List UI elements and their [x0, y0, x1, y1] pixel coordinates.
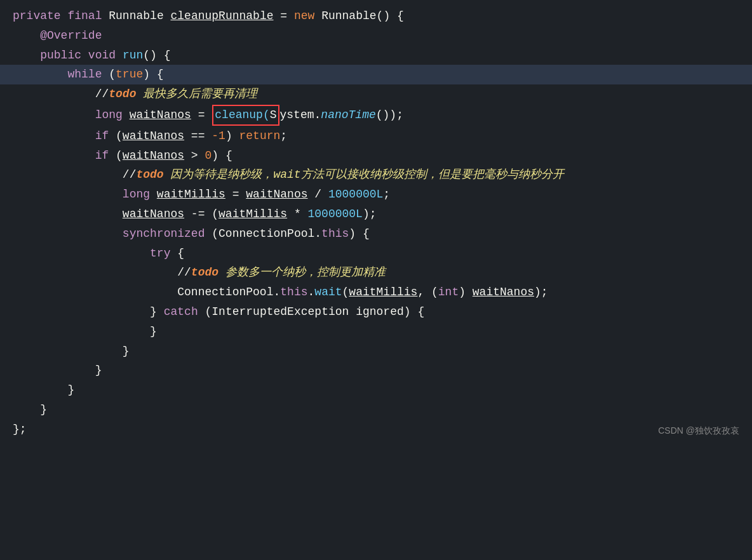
code-line-8: if (waitNanos > 0) {	[0, 146, 752, 166]
code-line-5: //todo 最快多久后需要再清理	[0, 84, 752, 104]
comment-todo-3: todo	[191, 263, 218, 282]
keyword-synchronized: synchronized	[123, 225, 205, 243]
var-ignored: ignored	[356, 303, 404, 321]
comment-todo-2: todo	[136, 166, 163, 184]
keyword-void: void	[88, 46, 116, 65]
keyword-if-1: if	[95, 127, 109, 145]
annotation-override: @Override	[40, 27, 102, 45]
keyword-final: final	[67, 7, 102, 25]
code-line-6: long waitNanos = cleanup(System.nanoTime…	[0, 104, 752, 126]
fn-nanotime: nanoTime	[321, 106, 375, 124]
comment-text-1: 最快多久后需要再清理	[136, 85, 257, 103]
type-connectionpool: ConnectionPool	[218, 225, 314, 243]
keyword-return: return	[239, 127, 281, 145]
code-line-18: }	[0, 342, 752, 361]
fn-cleanup: cleanup(	[215, 109, 269, 121]
var-waitNanos: waitNanos	[130, 106, 191, 124]
keyword-this: this	[321, 225, 349, 243]
keyword-long-2: long	[123, 185, 150, 204]
code-line-11: waitNanos -= (waitMillis * 1000000L);	[0, 204, 752, 224]
code-line-1: private final Runnable cleanupRunnable =…	[0, 6, 752, 26]
keyword-long: long	[95, 106, 123, 124]
var-waitNanos-4: waitNanos	[246, 185, 307, 204]
code-line-12: synchronized (ConnectionPool.this) {	[0, 224, 752, 244]
code-line-4: while (true) {	[0, 65, 752, 84]
num-1000000L-2: 1000000L	[308, 205, 363, 223]
type-system: S	[270, 109, 277, 121]
fn-wait: wait	[314, 283, 342, 302]
type-system2: ystem	[280, 106, 314, 124]
type-connectionpool-2: ConnectionPool	[177, 283, 273, 302]
code-line-14: //todo 参数多一个纳秒，控制更加精准	[0, 263, 752, 283]
code-line-15: ConnectionPool.this.wait(waitMillis, (in…	[0, 283, 752, 302]
punct-close-21: }	[40, 401, 47, 419]
code-line-9: //todo 因为等待是纳秒级，wait方法可以接收纳秒级控制，但是要把毫秒与纳…	[0, 165, 752, 185]
comment-text-3: 参数多一个纳秒，控制更加精准	[218, 263, 386, 282]
num-neg1: -1	[211, 127, 225, 145]
highlight-cleanup: cleanup(S	[212, 105, 279, 126]
var-waitNanos-3: waitNanos	[123, 147, 184, 165]
keyword-public: public	[40, 46, 81, 65]
keyword-private: private	[13, 7, 61, 25]
code-line-19: }	[0, 361, 752, 380]
comment-wait: wait	[273, 166, 300, 184]
var-waitNanos-5: waitNanos	[123, 205, 184, 223]
var-waitMillis: waitMillis	[157, 185, 225, 204]
keyword-new: new	[294, 7, 314, 25]
keyword-this-2: this	[280, 283, 307, 302]
code-line-3: public void run() {	[0, 46, 752, 65]
keyword-true: true	[116, 65, 143, 84]
keyword-try: try	[150, 244, 170, 263]
fn-run: run	[123, 46, 143, 65]
code-line-7: if (waitNanos == -1) return;	[0, 126, 752, 146]
punct-1: () {	[377, 7, 404, 25]
code-line-22: };	[0, 420, 752, 439]
punct-close-18: }	[123, 342, 130, 361]
num-1000000L: 1000000L	[328, 185, 383, 204]
punct-catch-brace: }	[150, 303, 157, 321]
var-waitMillis-2: waitMillis	[218, 205, 287, 223]
code-line-17: }	[0, 322, 752, 342]
var-waitMillis-3: waitMillis	[349, 283, 417, 302]
code-line-16: } catch (InterruptedException ignored) {	[0, 302, 752, 322]
punct-close-22: };	[13, 420, 27, 439]
punct-close-17: }	[150, 323, 157, 341]
comment-text-2: 因为等待是纳秒级，	[164, 166, 274, 184]
keyword-if-2: if	[95, 147, 109, 165]
watermark: CSDN @独饮孜孜哀	[658, 423, 739, 437]
comment-text-2b: 方法可以接收纳秒级控制，但是要把毫秒与纳秒分开	[301, 166, 564, 184]
keyword-int: int	[438, 283, 459, 302]
type-runnable2: Runnable	[321, 7, 376, 25]
keyword-catch: catch	[164, 303, 198, 321]
comment-todo-1: todo	[109, 85, 136, 103]
type-runnable: Runnable	[109, 7, 163, 25]
punct-close-19: }	[95, 361, 102, 380]
type-interruptedexception: InterruptedException	[211, 303, 349, 321]
code-line-10: long waitMillis = waitNanos / 1000000L;	[0, 185, 752, 204]
code-line-20: }	[0, 380, 752, 400]
var-waitNanos-2: waitNanos	[123, 127, 184, 145]
var-waitNanos-6: waitNanos	[473, 283, 534, 302]
var-cleanupRunnable: cleanupRunnable	[171, 7, 274, 25]
num-0: 0	[205, 147, 211, 165]
code-line-21: }	[0, 400, 752, 420]
punct-2: () {	[143, 46, 170, 65]
keyword-while: while	[67, 65, 102, 84]
code-line-2: @Override	[0, 26, 752, 46]
code-line-13: try {	[0, 244, 752, 263]
code-editor: private final Runnable cleanupRunnable =…	[0, 0, 752, 446]
punct-close-20: }	[67, 381, 74, 399]
